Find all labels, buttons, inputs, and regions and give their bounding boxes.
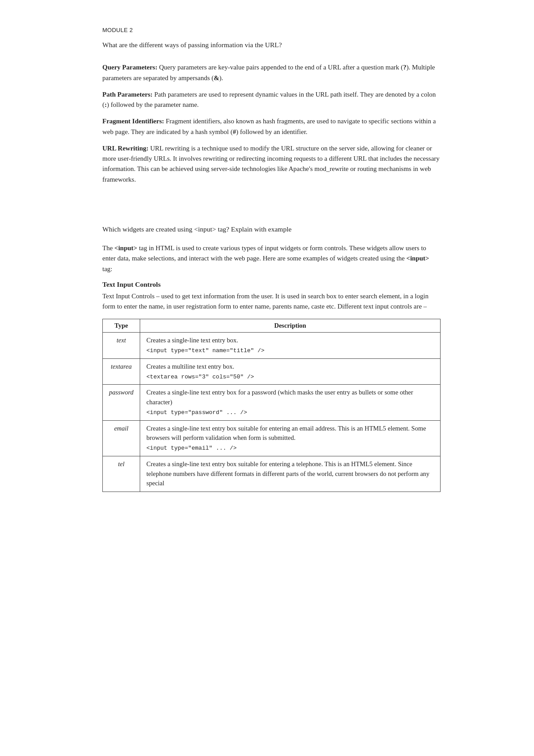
question-1: What are the different ways of passing i… — [102, 40, 441, 50]
description-text: Creates a single-line text entry box. — [146, 337, 238, 344]
url-params-section: Query Parameters: Query parameters are k… — [102, 62, 441, 185]
input-intro-part3: tag: — [102, 265, 113, 272]
input-tag-bold2: <input> — [406, 255, 429, 262]
col-type-header: Type — [103, 319, 140, 333]
input-tag-bold1: <input> — [114, 244, 137, 252]
query-ampersand: & — [214, 74, 219, 81]
table-header-row: Type Description — [103, 319, 441, 333]
table-cell-type: password — [103, 385, 140, 420]
table-row: textCreates a single-line text entry box… — [103, 333, 441, 359]
table-row: passwordCreates a single-line text entry… — [103, 385, 441, 420]
description-text: Creates a multiline text entry box. — [146, 363, 234, 370]
code-snippet: <input type="password" ... /> — [146, 409, 247, 416]
code-snippet: <input type="email" ... /> — [146, 445, 237, 451]
question-2: Which widgets are created using <input> … — [102, 224, 441, 234]
input-intro-para: The <input> tag in HTML is used to creat… — [102, 243, 441, 274]
table-cell-description: Creates a multiline text entry box.<text… — [140, 358, 441, 385]
table-cell-description: Creates a single-line text entry box.<in… — [140, 333, 441, 359]
table-cell-description: Creates a single-line text entry box sui… — [140, 420, 441, 456]
page-container: MODULE 2 What are the different ways of … — [76, 0, 458, 519]
fragment-para: Fragment Identifiers: Fragment identifie… — [102, 116, 441, 137]
query-params-label: Query Parameters: — [102, 64, 159, 71]
module-label: MODULE 2 — [102, 27, 441, 33]
widget-table: Type Description textCreates a single-li… — [102, 319, 441, 492]
path-params-end: ) followed by the parameter name. — [107, 101, 199, 108]
code-snippet: <input type="text" name="title" /> — [146, 347, 264, 354]
query-params-para: Query Parameters: Query parameters are k… — [102, 62, 441, 83]
path-params-label: Path Parameters: — [102, 91, 154, 98]
table-cell-type: text — [103, 333, 140, 359]
spacer-2 — [102, 208, 441, 224]
table-row: telCreates a single-line text entry box … — [103, 456, 441, 492]
path-params-para: Path Parameters: Path parameters are use… — [102, 89, 441, 110]
query-params-body: Query parameters are key-value pairs app… — [159, 64, 403, 71]
rewriting-para: URL Rewriting: URL rewriting is a techni… — [102, 143, 441, 185]
col-description-header: Description — [140, 319, 441, 333]
code-snippet: <textarea rows="3" cols="50" /> — [146, 374, 254, 380]
table-cell-type: email — [103, 420, 140, 456]
input-intro-part1: The — [102, 244, 114, 252]
rewriting-body: URL rewriting is a technique used to mod… — [102, 145, 440, 183]
description-text: Creates a single-line text entry box sui… — [146, 425, 426, 442]
description-text: Creates a single-line text entry box sui… — [146, 460, 429, 487]
table-cell-description: Creates a single-line text entry box sui… — [140, 456, 441, 492]
table-row: emailCreates a single-line text entry bo… — [103, 420, 441, 456]
description-text: Creates a single-line text entry box for… — [146, 389, 413, 406]
table-row: textareaCreates a multiline text entry b… — [103, 358, 441, 385]
spacer-1 — [102, 192, 441, 208]
table-cell-type: tel — [103, 456, 140, 492]
fragment-end: ) followed by an identifier. — [236, 128, 307, 135]
table-cell-description: Creates a single-line text entry box for… — [140, 385, 441, 420]
fragment-label: Fragment Identifiers: — [102, 118, 166, 125]
table-cell-type: textarea — [103, 358, 140, 385]
input-intro-part2: tag in HTML is used to create various ty… — [102, 244, 426, 262]
rewriting-label: URL Rewriting: — [102, 145, 150, 152]
text-controls-body: Text Input Controls – used to get text i… — [102, 291, 441, 312]
text-controls-heading: Text Input Controls — [102, 280, 441, 289]
query-params-end: ). — [219, 74, 223, 81]
